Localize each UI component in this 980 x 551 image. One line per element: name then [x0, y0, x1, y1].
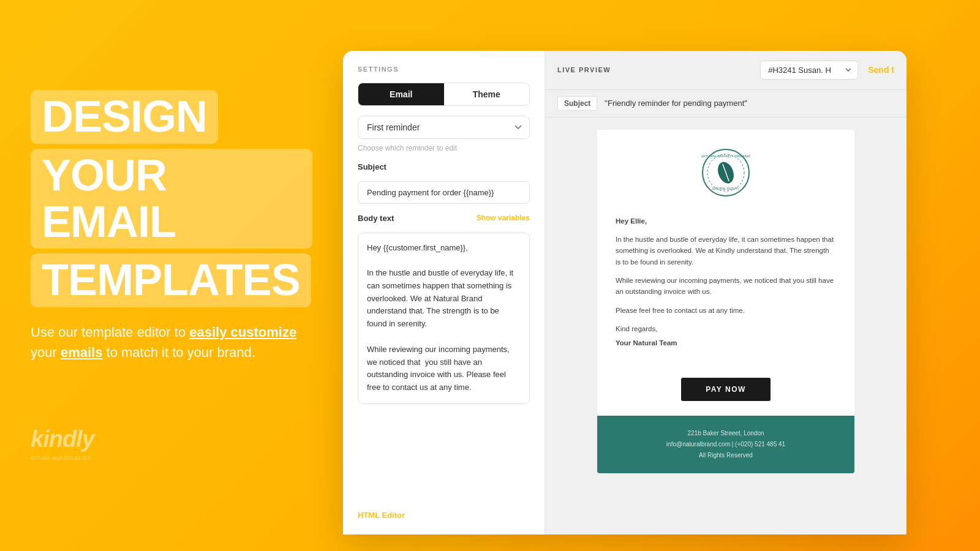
customer-select-wrap: #H3241 Susan. H	[760, 61, 858, 80]
reminder-select[interactable]: First reminder	[358, 116, 530, 139]
html-editor-link[interactable]: HTML Editor	[358, 503, 530, 520]
left-panel: DESIGN YOUR EMAIL TEMPLATES Use our temp…	[0, 53, 343, 497]
body-label: Body text	[358, 214, 394, 223]
subject-bar: Subject "Friendly reminder for pending p…	[545, 90, 907, 118]
subtitle: Use our template editor to easily custom…	[31, 322, 300, 362]
settings-section-label: SETTINGS	[358, 66, 530, 73]
brand-logo-svg: NATURAL BRAND • ORGANIC NATURAL BEAUTY	[701, 148, 750, 197]
tab-group: Email Theme	[358, 83, 530, 106]
email-body: Hey Ellie, In the hustle and bustle of e…	[597, 209, 854, 369]
email-para2: While reviewing our incoming payments, w…	[616, 275, 836, 298]
body-textarea[interactable]: Hey {{customer.first_name}}, In the hust…	[358, 233, 530, 404]
logo-tagline: email automation	[31, 454, 312, 461]
tab-theme[interactable]: Theme	[444, 83, 530, 105]
email-footer: 221b Baker Streeet, London info@naturalb…	[597, 416, 854, 473]
tab-email[interactable]: Email	[358, 83, 444, 105]
reminder-hint: Choose which reminder to edit	[358, 144, 530, 152]
subject-input[interactable]	[358, 181, 530, 204]
send-button[interactable]: Send t	[868, 65, 894, 75]
title-templates: TEMPLATES	[42, 255, 300, 304]
title-design: DESIGN	[42, 92, 207, 141]
title-line-3: TEMPLATES	[31, 253, 312, 307]
hero-title: DESIGN YOUR EMAIL TEMPLATES	[31, 90, 312, 307]
preview-header: LIVE PRVIEW #H3241 Susan. H Send t	[545, 51, 907, 90]
email-para3: Please feel free to contact us at any ti…	[616, 305, 836, 316]
ui-card: SETTINGS Email Theme First reminder Choo…	[343, 51, 907, 534]
email-sign-off: Kind regards,	[616, 323, 836, 334]
subject-badge: Subject	[557, 96, 597, 111]
logo-area: kindly email automation	[31, 426, 312, 461]
footer-email: info@naturalbrand.com | (+020) 521 485 4…	[609, 439, 842, 450]
title-line-2: YOUR EMAIL	[31, 149, 312, 249]
email-greeting: Hey Ellie,	[616, 216, 836, 227]
footer-rights: All Rights Reserved	[609, 450, 842, 461]
subject-label: Subject	[358, 162, 530, 171]
email-preview-body[interactable]: NATURAL BRAND • ORGANIC NATURAL BEAUTY H…	[545, 118, 907, 534]
body-header: Body text Show variables	[358, 214, 530, 223]
settings-panel: SETTINGS Email Theme First reminder Choo…	[343, 51, 545, 534]
subject-value: "Friendly reminder for pending payment"	[605, 99, 747, 108]
customer-select[interactable]: #H3241 Susan. H	[760, 61, 858, 80]
pay-btn-wrap: PAY NOW	[597, 368, 854, 416]
svg-text:NATURAL BRAND • ORGANIC: NATURAL BRAND • ORGANIC	[701, 154, 750, 158]
show-variables-link[interactable]: Show variables	[477, 214, 530, 222]
preview-section-label: LIVE PRVIEW	[557, 66, 611, 73]
title-your-email: YOUR EMAIL	[42, 151, 176, 246]
email-sign-name: Your Natural Team	[616, 337, 836, 348]
brand-logo: kindly	[31, 426, 312, 452]
preview-panel: LIVE PRVIEW #H3241 Susan. H Send t Subje…	[545, 51, 907, 534]
pay-now-button[interactable]: PAY NOW	[681, 378, 771, 401]
svg-text:NATURAL BEAUTY: NATURAL BEAUTY	[712, 187, 740, 190]
title-line-1: DESIGN	[31, 90, 312, 144]
footer-address: 221b Baker Streeet, London	[609, 428, 842, 439]
email-content: NATURAL BRAND • ORGANIC NATURAL BEAUTY H…	[597, 130, 854, 474]
email-para1: In the hustle and bustle of everyday lif…	[616, 234, 836, 268]
right-panel: SETTINGS Email Theme First reminder Choo…	[343, 0, 980, 551]
email-logo-area: NATURAL BRAND • ORGANIC NATURAL BEAUTY	[597, 130, 854, 209]
